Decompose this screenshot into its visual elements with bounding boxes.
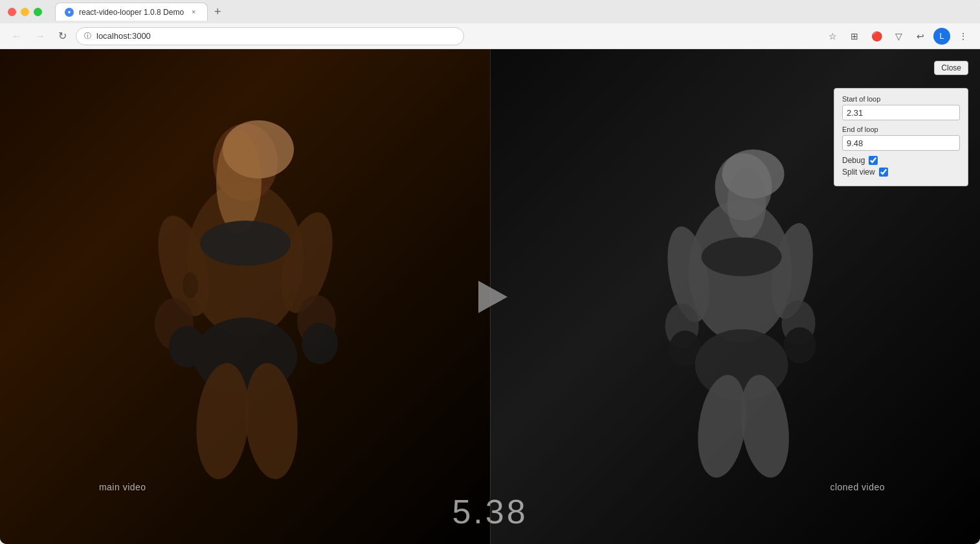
split-view-row: Split view <box>842 168 960 177</box>
toolbar: ← → ↻ ⓘ localhost:3000 ☆ ⊞ 🔴 ▽ ↩ L ⋮ <box>0 23 980 49</box>
extension-icon-3[interactable]: ▽ <box>889 27 908 45</box>
maximize-traffic-light[interactable] <box>34 8 42 16</box>
cloned-video-figure <box>617 109 863 484</box>
play-icon <box>478 281 507 313</box>
debug-row: Debug <box>842 156 960 165</box>
browser-window: ● react-video-looper 1.0.8 Demo × + ← → … <box>0 0 980 544</box>
svg-point-18 <box>727 168 766 239</box>
bookmark-star-icon[interactable]: ☆ <box>823 27 841 45</box>
new-tab-button[interactable]: + <box>210 6 225 17</box>
svg-point-28 <box>701 237 781 276</box>
address-bar[interactable]: ⓘ localhost:3000 <box>76 27 464 45</box>
video-area: main video <box>0 49 980 544</box>
tab-close-button[interactable]: × <box>189 8 198 17</box>
traffic-lights <box>8 8 42 16</box>
end-of-loop-label: End of loop <box>842 125 960 133</box>
start-of-loop-label: Start of loop <box>842 95 960 103</box>
title-bar: ● react-video-looper 1.0.8 Demo × + <box>0 0 980 23</box>
url-text: localhost:3000 <box>96 31 151 41</box>
forward-button[interactable]: → <box>31 28 49 45</box>
svg-point-9 <box>302 323 338 364</box>
cloned-video-label: cloned video <box>830 482 885 492</box>
main-video-figure <box>90 78 401 499</box>
refresh-button[interactable]: ↻ <box>54 27 71 45</box>
extension-icon-2[interactable]: 🔴 <box>867 27 885 45</box>
close-panel-button[interactable]: Close <box>934 61 968 75</box>
lock-icon: ⓘ <box>84 31 91 41</box>
tab-favicon: ● <box>65 8 74 17</box>
svg-point-14 <box>183 272 198 298</box>
end-of-loop-input[interactable] <box>842 135 960 151</box>
control-panel: Start of loop End of loop Debug Split vi… <box>834 88 968 186</box>
debug-label: Debug <box>842 156 865 165</box>
start-of-loop-input[interactable] <box>842 105 960 120</box>
back-button[interactable]: ← <box>8 28 26 45</box>
close-traffic-light[interactable] <box>8 8 16 16</box>
extension-icon-4[interactable]: ↩ <box>911 27 930 45</box>
toolbar-right: ☆ ⊞ 🔴 ▽ ↩ L ⋮ <box>823 27 972 45</box>
menu-icon[interactable]: ⋮ <box>954 27 972 45</box>
split-view-label: Split view <box>842 168 875 177</box>
main-video-half: main video <box>0 49 490 544</box>
tab-title: react-video-looper 1.0.8 Demo <box>79 8 184 17</box>
debug-checkbox[interactable] <box>869 156 878 165</box>
extension-icon-1[interactable]: ⊞ <box>845 27 863 45</box>
tab-bar: ● react-video-looper 1.0.8 Demo × + <box>55 3 225 21</box>
profile-avatar[interactable]: L <box>933 28 950 45</box>
main-video-label: main video <box>99 482 146 492</box>
split-view-checkbox[interactable] <box>879 168 888 177</box>
active-tab[interactable]: ● react-video-looper 1.0.8 Demo × <box>55 3 208 21</box>
minimize-traffic-light[interactable] <box>21 8 29 16</box>
svg-point-24 <box>783 327 816 364</box>
svg-point-3 <box>216 130 262 234</box>
svg-point-13 <box>200 221 291 266</box>
play-button[interactable] <box>471 277 509 316</box>
